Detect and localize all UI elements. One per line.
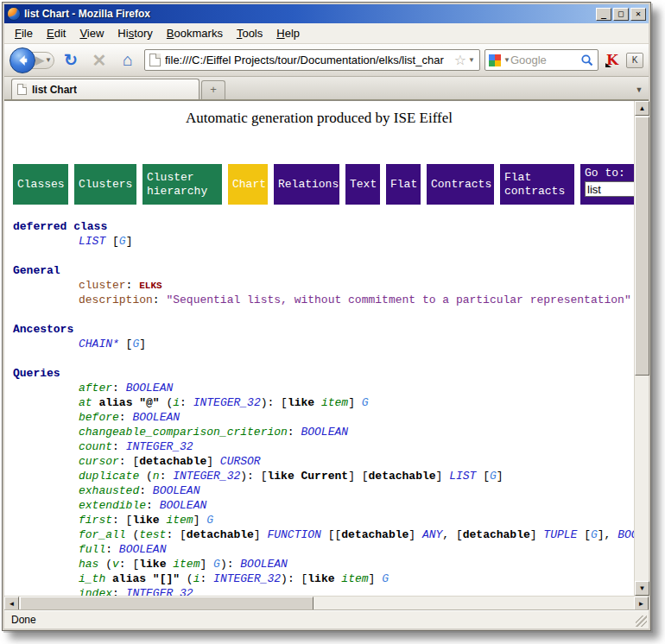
code-segment-feature[interactable]: exhausted <box>79 484 139 497</box>
bookmark-star-icon[interactable]: ☆ <box>454 52 466 68</box>
code-segment-feature[interactable]: item <box>166 514 193 527</box>
code-segment-generic[interactable]: G <box>119 235 126 248</box>
url-input[interactable]: file:///C:/Eiffel Projects/tour/Document… <box>165 54 453 66</box>
scroll-up-icon[interactable]: ▲ <box>635 101 649 116</box>
code-segment-class[interactable]: INTEGER_32 <box>126 440 193 453</box>
code-segment-generic[interactable]: G <box>490 470 497 483</box>
code-segment-feature[interactable]: for_all <box>79 528 126 541</box>
code-segment-keyword: like <box>132 514 159 527</box>
code-segment-class[interactable]: BOOLEAN <box>301 426 348 439</box>
code-segment-feature[interactable]: before <box>79 411 119 424</box>
back-button[interactable] <box>10 47 35 73</box>
code-segment-class[interactable]: BOOLEAN <box>119 543 167 556</box>
maximize-button[interactable]: □ <box>613 8 629 21</box>
menu-history[interactable]: History <box>111 24 159 42</box>
doc-nav-flat-contracts[interactable]: Flat contracts <box>500 164 574 205</box>
k-extension-button[interactable]: K <box>626 53 643 68</box>
code-segment-feature[interactable]: after <box>79 382 112 395</box>
vertical-scrollbar[interactable]: ▲ ▼ <box>634 101 649 596</box>
url-dropdown-icon[interactable]: ▼ <box>468 56 475 64</box>
code-segment-generic[interactable]: G <box>206 514 213 527</box>
code-segment-feature[interactable]: item <box>341 572 368 585</box>
goto-input[interactable] <box>585 181 634 197</box>
code-segment-feature[interactable]: duplicate <box>79 470 139 483</box>
code-segment-feature[interactable]: full <box>79 543 105 556</box>
kaspersky-icon[interactable]: K <box>603 52 622 68</box>
code-segment-class[interactable]: BOOLEAN <box>160 499 207 512</box>
code-segment-generic[interactable]: G <box>213 558 220 571</box>
list-all-tabs-icon[interactable]: ▼ <box>631 80 647 99</box>
code-segment-class[interactable]: INTEGER_32 <box>213 572 281 585</box>
code-segment-feature[interactable]: extendible <box>79 499 146 512</box>
menu-edit[interactable]: Edit <box>40 24 73 42</box>
code-segment-generic[interactable]: G <box>591 528 598 541</box>
code-segment-class[interactable]: BOOLEAN <box>153 484 200 497</box>
doc-nav-contracts[interactable]: Contracts <box>427 164 494 205</box>
address-bar[interactable]: file:///C:/Eiffel Projects/tour/Document… <box>144 49 480 71</box>
history-dropdown-icon[interactable]: ▼ <box>45 56 52 64</box>
horizontal-scroll-thumb[interactable] <box>20 597 314 611</box>
resize-grip[interactable] <box>636 616 647 627</box>
code-segment-class[interactable]: CURSOR <box>220 455 261 468</box>
menu-tools[interactable]: Tools <box>230 24 269 42</box>
search-input[interactable]: Google <box>510 54 580 66</box>
horizontal-scrollbar[interactable]: ◄ ► <box>4 596 649 610</box>
vertical-scroll-thumb[interactable] <box>635 117 649 376</box>
code-segment-feature[interactable]: item <box>321 396 348 409</box>
code-segment-feature[interactable]: v <box>112 558 119 571</box>
code-segment-feature[interactable]: changeable_comparison_criterion <box>79 426 288 439</box>
menu-file[interactable]: File <box>8 24 40 42</box>
code-segment-class[interactable]: INTEGER_32 <box>193 396 261 409</box>
code-segment-feature[interactable]: count <box>79 440 112 453</box>
code-segment-class[interactable]: BOOLEAN <box>240 558 288 571</box>
menu-help[interactable]: Help <box>269 24 307 42</box>
code-segment-generic[interactable]: G <box>382 572 389 585</box>
code-segment-feature[interactable]: item <box>173 558 200 571</box>
code-segment-plain: ( <box>160 396 174 409</box>
doc-nav-flat[interactable]: Flat <box>386 164 421 205</box>
tab-list-chart[interactable]: list Chart <box>11 79 200 99</box>
home-button[interactable]: ⌂ <box>116 50 140 70</box>
code-segment-class[interactable]: LIST <box>449 470 476 483</box>
stop-button[interactable]: ✕ <box>87 50 111 71</box>
minimize-button[interactable]: _ <box>596 8 611 21</box>
search-bar[interactable]: ▼ Google <box>484 49 598 71</box>
menu-bookmarks[interactable]: Bookmarks <box>160 24 230 42</box>
doc-nav-chart[interactable]: Chart <box>228 164 268 205</box>
doc-nav-text[interactable]: Text <box>345 164 380 205</box>
code-segment-class[interactable]: INTEGER_32 <box>173 470 240 483</box>
search-icon[interactable] <box>580 54 594 67</box>
scroll-left-icon[interactable]: ◄ <box>4 597 19 611</box>
code-segment-class[interactable]: BOOLEAN <box>618 528 634 541</box>
code-segment-feature[interactable]: at <box>79 396 92 409</box>
code-segment-class[interactable]: BOOLEAN <box>132 411 180 424</box>
new-tab-button[interactable]: + <box>201 80 225 99</box>
code-segment-class[interactable]: TUPLE <box>543 528 577 541</box>
title-bar[interactable]: list Chart - Mozilla Firefox _ □ ✕ <box>4 4 649 23</box>
doc-nav-relations[interactable]: Relations <box>274 164 339 205</box>
menu-view[interactable]: View <box>73 24 111 42</box>
code-segment-generic[interactable]: G <box>362 396 369 409</box>
code-segment-feature[interactable]: first <box>79 514 112 527</box>
search-engine-dropdown-icon[interactable]: ▼ <box>504 56 510 64</box>
code-segment-feature[interactable]: i <box>173 396 180 409</box>
code-segment-class[interactable]: FUNCTION <box>267 528 320 541</box>
code-segment-feature[interactable]: cursor <box>79 455 119 468</box>
code-segment-feature[interactable]: test <box>139 528 166 541</box>
code-segment-class[interactable]: ANY <box>422 528 442 541</box>
doc-nav-clusters[interactable]: Clusters <box>74 164 136 205</box>
doc-nav-cluster-hierarchy[interactable]: Cluster hierarchy <box>142 164 222 205</box>
close-button[interactable]: ✕ <box>630 8 646 21</box>
code-segment-feature[interactable]: i_th <box>79 572 105 585</box>
code-segment-class[interactable]: BOOLEAN <box>126 382 174 395</box>
scroll-right-icon[interactable]: ► <box>634 597 649 611</box>
doc-nav-classes[interactable]: Classes <box>13 164 68 205</box>
code-segment-class[interactable]: LIST <box>79 235 105 248</box>
code-segment-feature[interactable]: n <box>153 470 160 483</box>
reload-button[interactable]: ↻ <box>59 50 83 70</box>
code-segment-feature[interactable]: index <box>79 587 112 596</box>
code-segment-class[interactable]: CHAIN* <box>79 338 119 350</box>
code-segment-feature[interactable]: has <box>79 558 98 571</box>
scroll-down-icon[interactable]: ▼ <box>635 581 649 596</box>
code-segment-class[interactable]: INTEGER_32 <box>126 587 193 596</box>
